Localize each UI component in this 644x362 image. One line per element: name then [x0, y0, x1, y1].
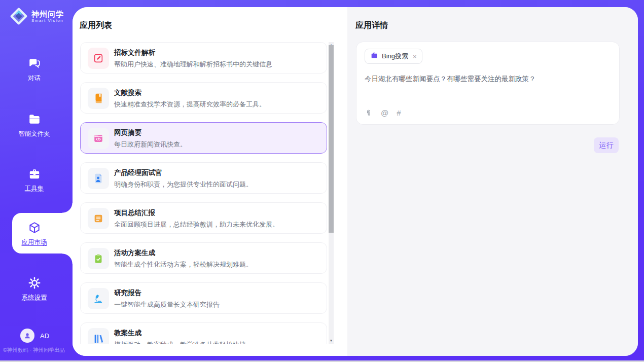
app-description: 每日政府新闻资讯快查。: [114, 140, 320, 149]
composer-toolbar: @ #: [365, 108, 401, 118]
cube-icon: [28, 221, 41, 234]
microscope-icon: [88, 288, 109, 309]
brand-logo: 神州问学 Smart Vision: [9, 7, 64, 26]
scrollbar-thumb[interactable]: [329, 45, 334, 233]
sidebar-item-chat[interactable]: 对话: [0, 57, 68, 83]
app-name: 产品经理面试官: [114, 168, 320, 177]
avatar: [20, 329, 34, 343]
app-name: 活动方案生成: [114, 248, 320, 258]
brand-subtitle: Smart Vision: [31, 18, 64, 23]
list-item-lesson-plan[interactable]: 教案生成 模板驱动，教案秒成，教学准备从此轻松快捷: [80, 322, 327, 344]
app-name: 文献搜索: [114, 88, 320, 97]
brand-name: 神州问学: [31, 10, 64, 18]
interviewer-icon: [88, 168, 109, 189]
app-description: 全面回顾项目进展，总结经验教训，助力未来优化发展。: [114, 220, 320, 229]
app-name: 招标文件解析: [114, 48, 320, 57]
scroll-down-icon[interactable]: ▼: [329, 338, 334, 344]
list-item-event-plan[interactable]: 活动方案生成 智能生成个性化活动方案，轻松解决规划难题。: [80, 242, 327, 274]
sidebar-item-label: 对话: [0, 74, 68, 83]
app-description: 快速精准查找学术资源，提高研究效率的必备工具。: [114, 100, 320, 109]
toolbox-icon: [28, 167, 41, 180]
app-list-title: 应用列表: [80, 20, 112, 31]
list-scrollbar[interactable]: ▲ ▼: [329, 42, 334, 344]
mention-icon[interactable]: @: [381, 108, 388, 118]
app-detail-title: 应用详情: [355, 20, 388, 31]
app-description: 明确身份和职责，为您提供专业性的面试问题。: [114, 180, 320, 189]
sidebar-item-label: 工具集: [0, 185, 68, 193]
app-description: 一键智能生成高质量长文本研究报告: [114, 300, 320, 309]
sidebar-item-smart-folder[interactable]: 智能文件夹: [0, 113, 68, 138]
bubble-corner-top: [62, 203, 73, 213]
app-detail-panel: 应用详情 Bing搜索 × 今日湖北有哪些新闻要点？有哪些需要关注的最新政策？ …: [347, 7, 638, 356]
user-account[interactable]: AD: [20, 329, 49, 343]
book-icon: [88, 88, 109, 109]
run-button[interactable]: 运行: [594, 137, 619, 153]
briefcase-icon: [370, 51, 378, 61]
main-surface: 应用列表 招标文件解析 帮助用户快速、准确地理解和解析招标书中的关键信息 文献搜…: [73, 7, 638, 356]
app-list: 招标文件解析 帮助用户快速、准确地理解和解析招标书中的关键信息 文献搜索 快速精…: [80, 42, 327, 344]
sidebar-item-toolset[interactable]: 工具集: [0, 167, 68, 193]
app-list-panel: 应用列表 招标文件解析 帮助用户快速、准确地理解和解析招标书中的关键信息 文献搜…: [73, 7, 347, 356]
close-icon[interactable]: ×: [413, 53, 417, 60]
webpage-code-icon: [88, 128, 109, 149]
bubble-corner-bottom: [62, 254, 73, 264]
app-name: 项目总结汇报: [114, 208, 320, 218]
list-item-webpage-summary[interactable]: 网页摘要 每日政府新闻资讯快查。: [80, 122, 327, 154]
list-item-pm-interviewer[interactable]: 产品经理面试官 明确身份和职责，为您提供专业性的面试问题。: [80, 162, 327, 194]
bid-doc-edit-icon: [88, 48, 109, 69]
brand-diamond-icon: [9, 7, 28, 26]
sidebar-item-settings[interactable]: 系统设置: [0, 276, 68, 302]
app-name: 研究报告: [114, 288, 320, 298]
list-item-literature-search[interactable]: 文献搜索 快速精准查找学术资源，提高研究效率的必备工具。: [80, 82, 327, 114]
tool-chip-label: Bing搜索: [382, 52, 408, 61]
attachment-icon[interactable]: [365, 108, 373, 118]
tool-chip-bing-search[interactable]: Bing搜索 ×: [365, 49, 422, 64]
app-name: 网页摘要: [114, 128, 320, 137]
list-item-bid-analysis[interactable]: 招标文件解析 帮助用户快速、准确地理解和解析招标书中的关键信息: [80, 42, 327, 74]
app-description: 智能生成个性化活动方案，轻松解决规划难题。: [114, 260, 320, 269]
app-name: 教案生成: [114, 329, 320, 338]
folder-icon: [28, 113, 41, 126]
sidebar-item-app-market[interactable]: 应用市场: [0, 221, 68, 247]
clipboard-check-icon: [88, 248, 109, 269]
app-description: 模板驱动，教案秒成，教学准备从此轻松快捷: [114, 340, 320, 344]
gear-icon: [28, 276, 41, 289]
chat-icon: [28, 57, 41, 70]
copyright-text: ©神州数码 · 神州问学出品: [3, 347, 72, 354]
sidebar-item-label: 系统设置: [0, 294, 68, 302]
prompt-card[interactable]: Bing搜索 × 今日湖北有哪些新闻要点？有哪些需要关注的最新政策？ @ #: [356, 42, 620, 125]
report-note-icon: [88, 208, 109, 229]
hash-icon[interactable]: #: [397, 108, 401, 118]
sidebar-item-label: 智能文件夹: [0, 130, 68, 138]
list-item-research-report[interactable]: 研究报告 一键智能生成高质量长文本研究报告: [80, 282, 327, 314]
query-input[interactable]: 今日湖北有哪些新闻要点？有哪些需要关注的最新政策？: [365, 74, 608, 84]
user-name: AD: [40, 332, 49, 340]
sidebar: 神州问学 Smart Vision 对话 智能文件夹 工具集 应用市场 系统设: [0, 0, 73, 362]
list-item-project-summary[interactable]: 项目总结汇报 全面回顾项目进展，总结经验教训，助力未来优化发展。: [80, 202, 327, 234]
books-icon: [88, 328, 109, 344]
app-description: 帮助用户快速、准确地理解和解析招标书中的关键信息: [114, 60, 320, 69]
sidebar-item-label: 应用市场: [0, 238, 68, 247]
